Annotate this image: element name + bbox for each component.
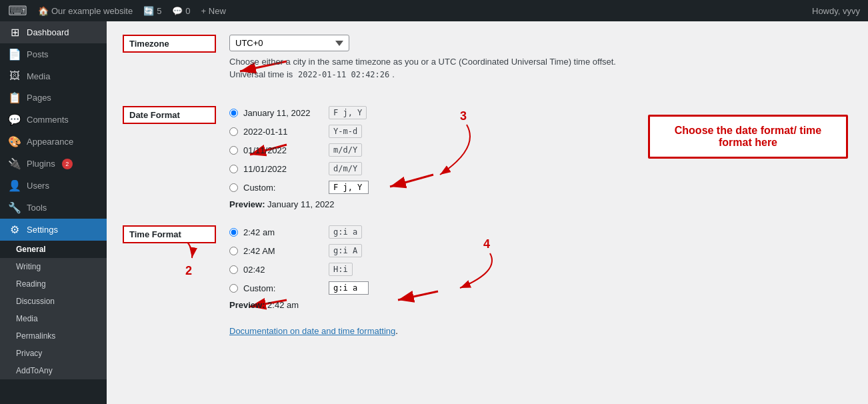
site-name-link[interactable]: 🏠 Our example website: [38, 6, 133, 16]
users-label: Users: [27, 181, 49, 191]
timezone-label: Timezone: [123, 35, 216, 53]
sidebar-item-appearance[interactable]: 🎨 Appearance: [0, 131, 107, 153]
time-format-label-3[interactable]: 02:42: [243, 265, 323, 275]
sidebar-item-posts[interactable]: 📄 Posts: [0, 43, 107, 65]
sidebar-item-pages[interactable]: 📋 Pages: [0, 87, 107, 109]
site-icon: 🏠: [38, 6, 49, 16]
timezone-select-wrap: UTC+0: [229, 35, 852, 51]
universal-time-value: 2022-01-11 02:42:26: [295, 69, 392, 80]
sidebar-item-users[interactable]: 👤 Users: [0, 175, 107, 197]
date-format-content: January 11, 2022 F j, Y 2022-01-11 Y-m-d…: [229, 106, 852, 209]
sidebar-submenu-discussion[interactable]: Discussion: [0, 293, 107, 310]
date-format-radio-4[interactable]: [229, 165, 238, 173]
appearance-icon: 🎨: [8, 135, 21, 148]
sidebar-item-comments[interactable]: 💬 Comments: [0, 109, 107, 131]
time-format-option-3: 02:42 H:i: [229, 263, 852, 276]
media-icon: 🖼: [8, 70, 21, 82]
doc-link-period: .: [395, 326, 398, 336]
comments-link[interactable]: 💬 0: [172, 6, 190, 16]
sidebar-submenu-reading[interactable]: Reading: [0, 275, 107, 293]
time-format-code-3: H:i: [329, 263, 353, 276]
time-format-radio-custom[interactable]: [229, 284, 238, 293]
date-format-radio-2[interactable]: [229, 127, 238, 136]
sidebar-item-tools[interactable]: 🔧 Tools: [0, 197, 107, 219]
tools-label: Tools: [27, 203, 47, 213]
date-format-label: Date Format: [123, 106, 216, 124]
sidebar: ⊞ Dashboard 📄 Posts 🖼 Media 📋 Pages 💬 Co…: [0, 21, 107, 404]
sidebar-submenu-media[interactable]: Media: [0, 310, 107, 327]
date-format-code-2: Y-m-d: [329, 125, 362, 138]
time-format-preview: Preview: 2:42 am: [229, 300, 852, 310]
date-format-label-1[interactable]: January 11, 2022: [243, 108, 323, 118]
sidebar-submenu-permalinks[interactable]: Permalinks: [0, 327, 107, 345]
date-format-label-3[interactable]: 01/11/2022: [243, 145, 323, 155]
doc-link-wrap: Documentation on date and time formattin…: [229, 326, 852, 336]
sidebar-submenu-privacy[interactable]: Privacy: [0, 345, 107, 362]
time-format-label: Time Format: [123, 225, 216, 243]
posts-icon: 📄: [8, 48, 21, 61]
date-format-label-2[interactable]: 2022-01-11: [243, 127, 323, 137]
layout: ⊞ Dashboard 📄 Posts 🖼 Media 📋 Pages 💬 Co…: [0, 21, 868, 404]
date-format-option-1: January 11, 2022 F j, Y: [229, 106, 852, 119]
site-name-text: Our example website: [51, 6, 133, 16]
time-format-option-1: 2:42 am g:i a: [229, 225, 852, 239]
wp-logo[interactable]: ⌨: [8, 3, 27, 19]
updates-count: 5: [157, 6, 161, 16]
time-format-options: 2:42 am g:i a 2:42 AM g:i A 02:42 H:i: [229, 225, 852, 295]
settings-label: Settings: [27, 225, 58, 235]
updates-link[interactable]: 🔄 5: [143, 6, 161, 16]
time-format-option-2: 2:42 AM g:i A: [229, 244, 852, 257]
date-format-code-3: m/d/Y: [329, 143, 362, 157]
sidebar-submenu-addtoany[interactable]: AddToAny: [0, 362, 107, 379]
time-format-label-custom[interactable]: Custom:: [243, 283, 323, 293]
sidebar-item-plugins[interactable]: 🔌 Plugins 2: [0, 153, 107, 175]
permalinks-label: Permalinks: [16, 331, 55, 341]
universal-time: Universal time is 2022-01-11 02:42:26.: [229, 69, 852, 79]
pages-label: Pages: [27, 93, 51, 103]
time-format-radio-1[interactable]: [229, 228, 238, 237]
date-format-option-custom: Custom:: [229, 181, 852, 194]
sidebar-item-settings[interactable]: ⚙ Settings: [0, 219, 107, 241]
sidebar-submenu-general[interactable]: General: [0, 241, 107, 258]
reading-label: Reading: [16, 279, 46, 289]
date-format-label-4[interactable]: 11/01/2022: [243, 164, 323, 174]
media-sub-label: Media: [16, 314, 38, 323]
timezone-content: UTC+0 Choose either a city in the same t…: [229, 35, 852, 90]
howdy-text: Howdy, vyvy: [812, 6, 860, 16]
sidebar-submenu-writing[interactable]: Writing: [0, 258, 107, 275]
date-format-label-custom[interactable]: Custom:: [243, 183, 323, 193]
date-format-radio-3[interactable]: [229, 146, 238, 155]
time-format-radio-2[interactable]: [229, 247, 238, 255]
date-format-radio-custom[interactable]: [229, 183, 238, 192]
time-format-code-2: g:i A: [329, 244, 362, 257]
settings-icon: ⚙: [8, 223, 21, 236]
time-format-option-custom: Custom:: [229, 281, 852, 295]
comments-icon: 💬: [8, 113, 21, 126]
date-format-option-3: 01/11/2022 m/d/Y: [229, 143, 852, 157]
date-format-option-2: 2022-01-11 Y-m-d: [229, 125, 852, 138]
time-format-radio-3[interactable]: [229, 265, 238, 274]
sidebar-item-media[interactable]: 🖼 Media: [0, 65, 107, 87]
dashboard-icon: ⊞: [8, 26, 21, 39]
time-format-label-1[interactable]: 2:42 am: [243, 227, 323, 237]
time-format-custom-input[interactable]: [329, 281, 369, 295]
timezone-row: Timezone UTC+0 Choose either a city in t…: [123, 35, 852, 90]
timezone-select[interactable]: UTC+0: [229, 35, 349, 51]
time-format-content: 2:42 am g:i a 2:42 AM g:i A 02:42 H:i: [229, 225, 852, 310]
doc-link[interactable]: Documentation on date and time formattin…: [229, 326, 395, 336]
users-icon: 👤: [8, 179, 21, 192]
addtoany-label: AddToAny: [16, 366, 53, 375]
sidebar-item-dashboard[interactable]: ⊞ Dashboard: [0, 21, 107, 43]
comments-label: Comments: [27, 115, 69, 125]
new-content-button[interactable]: + New: [201, 6, 226, 16]
posts-label: Posts: [27, 49, 49, 59]
topbar: ⌨ 🏠 Our example website 🔄 5 💬 0 + New Ho…: [0, 0, 868, 21]
date-format-custom-input[interactable]: [329, 181, 369, 194]
writing-label: Writing: [16, 262, 41, 271]
time-format-label-2[interactable]: 2:42 AM: [243, 246, 323, 256]
date-format-preview: Preview: January 11, 2022: [229, 199, 852, 209]
date-format-radio-1[interactable]: [229, 109, 238, 117]
timezone-helper: Choose either a city in the same timezon…: [229, 57, 852, 67]
main-content: Choose the date format/ time format here…: [107, 21, 868, 404]
plugins-badge: 2: [62, 159, 73, 169]
